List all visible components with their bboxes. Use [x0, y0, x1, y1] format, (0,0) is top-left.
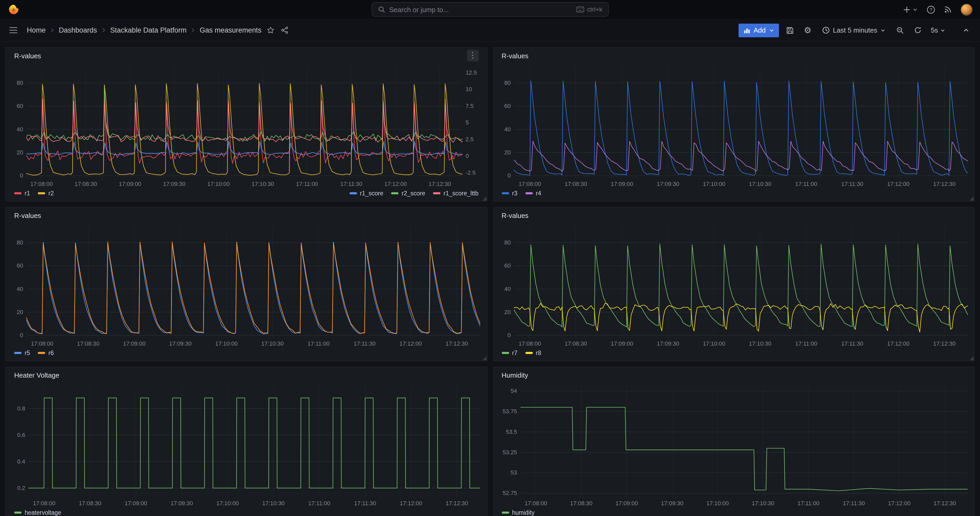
legend-swatch — [433, 192, 441, 194]
chevron-down-icon — [881, 27, 886, 33]
svg-text:17:08:30: 17:08:30 — [564, 340, 587, 347]
svg-text:?: ? — [930, 7, 932, 12]
panel-title[interactable]: Humidity — [501, 371, 528, 379]
svg-text:0.6: 0.6 — [17, 432, 25, 438]
svg-text:17:08:00: 17:08:00 — [519, 181, 541, 187]
svg-text:17:12:30: 17:12:30 — [445, 500, 468, 506]
legend-item-humidity[interactable]: humidity — [501, 510, 535, 516]
top-bar-actions: ? — [903, 3, 973, 16]
legend-item-r2_score[interactable]: r2_score — [391, 190, 425, 196]
svg-text:17:10:00: 17:10:00 — [216, 500, 239, 506]
panel-title[interactable]: R-values — [14, 212, 41, 219]
time-range-picker[interactable]: Last 5 minutes — [819, 23, 889, 37]
legend-item-r1_score_lttb[interactable]: r1_score_lttb — [433, 190, 479, 196]
svg-text:7.5: 7.5 — [466, 103, 474, 109]
legend-item-r5[interactable]: r5 — [14, 350, 30, 356]
legend-item-r8[interactable]: r8 — [525, 350, 541, 356]
legend-item-r1[interactable]: r1 — [14, 190, 30, 196]
svg-text:17:11:00: 17:11:00 — [795, 340, 817, 347]
new-button[interactable] — [903, 5, 918, 13]
panel-title[interactable]: R-values — [501, 212, 528, 219]
search-input[interactable]: Search or jump to... ctrl+k — [371, 2, 609, 17]
svg-text:40: 40 — [17, 126, 23, 132]
legend-item-heatervoltage[interactable]: heatervoltage — [14, 510, 61, 516]
legend-swatch — [14, 192, 22, 194]
add-panel-button[interactable]: Add — [738, 23, 779, 37]
grafana-app: Search or jump to... ctrl+k — [0, 0, 980, 516]
panel-r-values-4: R-values 02040608017:08:0017:08:3017:09:… — [493, 207, 975, 362]
chart-canvas-r-values-4[interactable]: 02040608017:08:0017:08:3017:09:0017:09:3… — [493, 223, 974, 348]
help-button[interactable]: ? — [926, 5, 935, 14]
grafana-logo[interactable] — [7, 3, 20, 16]
svg-text:53.25: 53.25 — [502, 449, 517, 455]
breadcrumb-current[interactable]: Gas measurements — [200, 26, 262, 34]
legend: r5r6 — [6, 348, 487, 361]
dashboard-settings-button[interactable]: ⚙ — [801, 23, 815, 37]
avatar[interactable] — [961, 3, 973, 16]
svg-text:17:11:30: 17:11:30 — [354, 500, 376, 506]
panel-header: R-values — [493, 48, 974, 64]
svg-text:-2.5: -2.5 — [466, 169, 476, 176]
svg-text:17:11:00: 17:11:00 — [309, 500, 331, 506]
legend-item-r7[interactable]: r7 — [501, 350, 517, 356]
legend-swatch — [391, 192, 399, 194]
refresh-interval-picker[interactable]: 5s — [929, 23, 947, 37]
chart-canvas-r-values-2[interactable]: 02040608017:08:0017:08:3017:09:0017:09:3… — [493, 64, 974, 188]
svg-text:17:08:30: 17:08:30 — [79, 500, 101, 506]
breadcrumb-folder[interactable]: Stackable Data Platform — [110, 26, 187, 34]
zoom-out-button[interactable] — [893, 23, 907, 37]
breadcrumb-home[interactable]: Home — [27, 26, 46, 34]
plus-icon — [903, 5, 911, 13]
svg-text:0.4: 0.4 — [17, 458, 25, 465]
svg-text:40: 40 — [17, 286, 23, 292]
star-dashboard-button[interactable] — [266, 25, 275, 35]
refresh-button[interactable] — [911, 23, 924, 37]
svg-text:20: 20 — [17, 149, 23, 156]
legend-item-r2[interactable]: r2 — [38, 190, 54, 196]
panel-header: Heater Voltage — [6, 367, 487, 383]
chart-canvas-r-values-1[interactable]: 020406080-2.502.557.51012.517:08:0017:08… — [6, 64, 487, 188]
svg-text:17:11:30: 17:11:30 — [843, 500, 864, 506]
legend-item-r6[interactable]: r6 — [38, 350, 54, 356]
save-dashboard-button[interactable] — [783, 23, 797, 37]
legend-label: r2_score — [402, 190, 425, 196]
legend-label: r1_score — [360, 190, 383, 196]
panel-title[interactable]: R-values — [501, 52, 528, 60]
shortcut-hint: ctrl+k — [577, 6, 602, 13]
svg-text:17:09:30: 17:09:30 — [656, 340, 679, 347]
chevron-up-icon — [963, 27, 969, 33]
svg-text:17:10:00: 17:10:00 — [703, 181, 725, 187]
share-icon — [281, 26, 289, 34]
legend-swatch — [14, 511, 22, 514]
svg-text:80: 80 — [504, 80, 511, 86]
svg-text:17:12:00: 17:12:00 — [887, 181, 909, 187]
collapse-toolbar-button[interactable] — [959, 23, 973, 37]
chevron-right-icon — [190, 27, 196, 33]
chart-canvas-humidity[interactable]: 52.755353.2553.553.755417:08:0017:08:301… — [493, 383, 974, 508]
legend-item-r1_score[interactable]: r1_score — [349, 190, 383, 196]
legend-label: r8 — [536, 350, 541, 356]
panel-title[interactable]: Heater Voltage — [14, 371, 59, 379]
panel-header: R-values — [6, 207, 487, 223]
chart-canvas-heater-voltage[interactable]: 0.20.40.60.817:08:0017:08:3017:09:0017:0… — [6, 383, 487, 508]
svg-text:53.75: 53.75 — [502, 408, 517, 415]
panel-humidity: Humidity 52.755353.2553.553.755417:08:00… — [493, 366, 975, 516]
panel-menu-icon[interactable]: ⋮ — [467, 50, 479, 61]
graph-bar-icon — [743, 27, 750, 34]
share-dashboard-button[interactable] — [280, 25, 290, 35]
legend-item-r3[interactable]: r3 — [501, 190, 517, 196]
svg-text:17:08:00: 17:08:00 — [33, 500, 56, 506]
svg-text:20: 20 — [504, 149, 511, 156]
svg-text:17:10:00: 17:10:00 — [215, 340, 238, 347]
svg-text:17:11:30: 17:11:30 — [353, 340, 375, 347]
panel-title[interactable]: R-values — [14, 52, 41, 60]
svg-text:17:11:00: 17:11:00 — [795, 181, 817, 187]
mega-menu-toggle[interactable] — [7, 25, 19, 35]
news-button[interactable] — [944, 5, 952, 14]
legend-item-r4[interactable]: r4 — [525, 190, 541, 196]
breadcrumb-dashboards[interactable]: Dashboards — [59, 26, 97, 34]
shortcut-label: ctrl+k — [587, 6, 602, 13]
chart-canvas-r-values-3[interactable]: 02040608017:08:0017:08:3017:09:0017:09:3… — [6, 223, 487, 348]
svg-text:17:11:00: 17:11:00 — [308, 340, 329, 347]
legend-label: r1 — [25, 190, 30, 196]
